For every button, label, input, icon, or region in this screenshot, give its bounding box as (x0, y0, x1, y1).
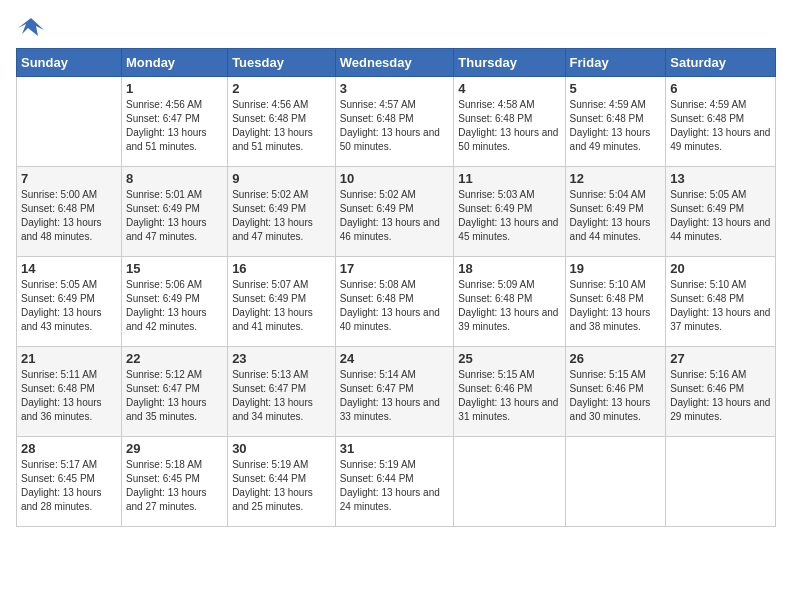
day-info: Sunrise: 5:13 AMSunset: 6:47 PMDaylight:… (232, 368, 331, 424)
day-cell: 11 Sunrise: 5:03 AMSunset: 6:49 PMDaylig… (454, 167, 565, 257)
day-cell: 26 Sunrise: 5:15 AMSunset: 6:46 PMDaylig… (565, 347, 666, 437)
day-cell: 5 Sunrise: 4:59 AMSunset: 6:48 PMDayligh… (565, 77, 666, 167)
day-info: Sunrise: 4:56 AMSunset: 6:48 PMDaylight:… (232, 98, 331, 154)
day-cell: 27 Sunrise: 5:16 AMSunset: 6:46 PMDaylig… (666, 347, 776, 437)
day-info: Sunrise: 4:58 AMSunset: 6:48 PMDaylight:… (458, 98, 560, 154)
header-cell-wednesday: Wednesday (335, 49, 454, 77)
day-info: Sunrise: 5:15 AMSunset: 6:46 PMDaylight:… (458, 368, 560, 424)
day-number: 9 (232, 171, 331, 186)
day-number: 16 (232, 261, 331, 276)
day-cell: 7 Sunrise: 5:00 AMSunset: 6:48 PMDayligh… (17, 167, 122, 257)
day-number: 19 (570, 261, 662, 276)
day-cell: 31 Sunrise: 5:19 AMSunset: 6:44 PMDaylig… (335, 437, 454, 527)
day-cell: 18 Sunrise: 5:09 AMSunset: 6:48 PMDaylig… (454, 257, 565, 347)
day-number: 30 (232, 441, 331, 456)
day-info: Sunrise: 5:10 AMSunset: 6:48 PMDaylight:… (670, 278, 771, 334)
day-info: Sunrise: 5:18 AMSunset: 6:45 PMDaylight:… (126, 458, 223, 514)
day-cell: 6 Sunrise: 4:59 AMSunset: 6:48 PMDayligh… (666, 77, 776, 167)
day-cell: 2 Sunrise: 4:56 AMSunset: 6:48 PMDayligh… (228, 77, 336, 167)
svg-marker-0 (18, 18, 44, 36)
day-number: 4 (458, 81, 560, 96)
day-cell: 23 Sunrise: 5:13 AMSunset: 6:47 PMDaylig… (228, 347, 336, 437)
calendar-header: SundayMondayTuesdayWednesdayThursdayFrid… (17, 49, 776, 77)
calendar-body: 1 Sunrise: 4:56 AMSunset: 6:47 PMDayligh… (17, 77, 776, 527)
day-number: 8 (126, 171, 223, 186)
day-number: 27 (670, 351, 771, 366)
day-info: Sunrise: 4:57 AMSunset: 6:48 PMDaylight:… (340, 98, 450, 154)
day-info: Sunrise: 5:16 AMSunset: 6:46 PMDaylight:… (670, 368, 771, 424)
logo (16, 16, 50, 40)
day-number: 11 (458, 171, 560, 186)
day-cell: 4 Sunrise: 4:58 AMSunset: 6:48 PMDayligh… (454, 77, 565, 167)
day-number: 29 (126, 441, 223, 456)
day-info: Sunrise: 5:07 AMSunset: 6:49 PMDaylight:… (232, 278, 331, 334)
day-number: 26 (570, 351, 662, 366)
day-cell: 10 Sunrise: 5:02 AMSunset: 6:49 PMDaylig… (335, 167, 454, 257)
day-number: 12 (570, 171, 662, 186)
day-cell (454, 437, 565, 527)
day-number: 15 (126, 261, 223, 276)
header-cell-monday: Monday (121, 49, 227, 77)
day-number: 28 (21, 441, 117, 456)
week-row-5: 28 Sunrise: 5:17 AMSunset: 6:45 PMDaylig… (17, 437, 776, 527)
day-cell: 30 Sunrise: 5:19 AMSunset: 6:44 PMDaylig… (228, 437, 336, 527)
day-number: 25 (458, 351, 560, 366)
logo-bird-icon (16, 16, 46, 40)
day-number: 6 (670, 81, 771, 96)
header-cell-thursday: Thursday (454, 49, 565, 77)
day-cell: 17 Sunrise: 5:08 AMSunset: 6:48 PMDaylig… (335, 257, 454, 347)
day-cell: 29 Sunrise: 5:18 AMSunset: 6:45 PMDaylig… (121, 437, 227, 527)
calendar-table: SundayMondayTuesdayWednesdayThursdayFrid… (16, 48, 776, 527)
day-cell: 15 Sunrise: 5:06 AMSunset: 6:49 PMDaylig… (121, 257, 227, 347)
day-number: 21 (21, 351, 117, 366)
day-info: Sunrise: 5:09 AMSunset: 6:48 PMDaylight:… (458, 278, 560, 334)
day-cell (565, 437, 666, 527)
week-row-4: 21 Sunrise: 5:11 AMSunset: 6:48 PMDaylig… (17, 347, 776, 437)
day-cell: 28 Sunrise: 5:17 AMSunset: 6:45 PMDaylig… (17, 437, 122, 527)
week-row-3: 14 Sunrise: 5:05 AMSunset: 6:49 PMDaylig… (17, 257, 776, 347)
day-cell: 3 Sunrise: 4:57 AMSunset: 6:48 PMDayligh… (335, 77, 454, 167)
day-number: 1 (126, 81, 223, 96)
day-cell: 8 Sunrise: 5:01 AMSunset: 6:49 PMDayligh… (121, 167, 227, 257)
day-number: 14 (21, 261, 117, 276)
day-number: 10 (340, 171, 450, 186)
page-header (16, 16, 776, 40)
day-info: Sunrise: 5:04 AMSunset: 6:49 PMDaylight:… (570, 188, 662, 244)
day-info: Sunrise: 5:10 AMSunset: 6:48 PMDaylight:… (570, 278, 662, 334)
day-info: Sunrise: 4:59 AMSunset: 6:48 PMDaylight:… (570, 98, 662, 154)
day-info: Sunrise: 5:03 AMSunset: 6:49 PMDaylight:… (458, 188, 560, 244)
day-cell: 20 Sunrise: 5:10 AMSunset: 6:48 PMDaylig… (666, 257, 776, 347)
day-cell: 1 Sunrise: 4:56 AMSunset: 6:47 PMDayligh… (121, 77, 227, 167)
day-info: Sunrise: 5:08 AMSunset: 6:48 PMDaylight:… (340, 278, 450, 334)
day-number: 18 (458, 261, 560, 276)
day-info: Sunrise: 5:11 AMSunset: 6:48 PMDaylight:… (21, 368, 117, 424)
day-cell: 12 Sunrise: 5:04 AMSunset: 6:49 PMDaylig… (565, 167, 666, 257)
day-cell (17, 77, 122, 167)
header-row: SundayMondayTuesdayWednesdayThursdayFrid… (17, 49, 776, 77)
day-info: Sunrise: 5:15 AMSunset: 6:46 PMDaylight:… (570, 368, 662, 424)
day-cell: 16 Sunrise: 5:07 AMSunset: 6:49 PMDaylig… (228, 257, 336, 347)
day-cell (666, 437, 776, 527)
day-number: 24 (340, 351, 450, 366)
day-number: 31 (340, 441, 450, 456)
day-cell: 21 Sunrise: 5:11 AMSunset: 6:48 PMDaylig… (17, 347, 122, 437)
day-info: Sunrise: 5:19 AMSunset: 6:44 PMDaylight:… (340, 458, 450, 514)
day-info: Sunrise: 5:17 AMSunset: 6:45 PMDaylight:… (21, 458, 117, 514)
day-info: Sunrise: 4:59 AMSunset: 6:48 PMDaylight:… (670, 98, 771, 154)
day-info: Sunrise: 5:02 AMSunset: 6:49 PMDaylight:… (232, 188, 331, 244)
day-info: Sunrise: 5:06 AMSunset: 6:49 PMDaylight:… (126, 278, 223, 334)
day-info: Sunrise: 5:02 AMSunset: 6:49 PMDaylight:… (340, 188, 450, 244)
day-number: 20 (670, 261, 771, 276)
header-cell-saturday: Saturday (666, 49, 776, 77)
week-row-1: 1 Sunrise: 4:56 AMSunset: 6:47 PMDayligh… (17, 77, 776, 167)
day-number: 5 (570, 81, 662, 96)
header-cell-sunday: Sunday (17, 49, 122, 77)
day-cell: 14 Sunrise: 5:05 AMSunset: 6:49 PMDaylig… (17, 257, 122, 347)
day-number: 17 (340, 261, 450, 276)
day-cell: 13 Sunrise: 5:05 AMSunset: 6:49 PMDaylig… (666, 167, 776, 257)
day-number: 13 (670, 171, 771, 186)
header-cell-tuesday: Tuesday (228, 49, 336, 77)
day-cell: 24 Sunrise: 5:14 AMSunset: 6:47 PMDaylig… (335, 347, 454, 437)
day-cell: 25 Sunrise: 5:15 AMSunset: 6:46 PMDaylig… (454, 347, 565, 437)
header-cell-friday: Friday (565, 49, 666, 77)
